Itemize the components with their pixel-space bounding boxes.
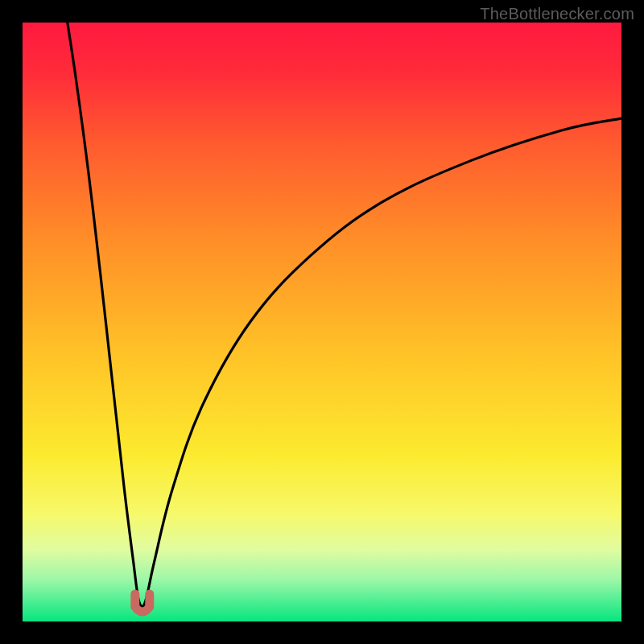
chart-background	[23, 23, 621, 621]
chart-frame: TheBottlenecker.com	[0, 0, 644, 644]
watermark-text: TheBottlenecker.com	[480, 5, 634, 23]
chart-plot-area	[23, 23, 621, 621]
chart-svg	[23, 23, 621, 621]
